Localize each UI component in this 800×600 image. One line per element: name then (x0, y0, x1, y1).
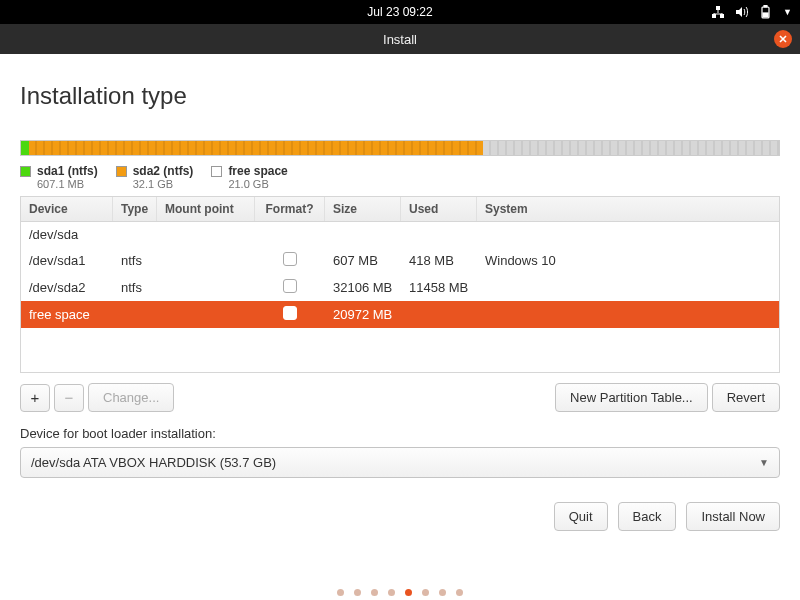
remove-partition-button[interactable]: − (54, 384, 84, 412)
wizard-footer: Quit Back Install Now (20, 502, 780, 531)
disk-seg-sda2 (29, 141, 482, 155)
legend-swatch (116, 166, 127, 177)
volume-icon[interactable] (735, 5, 749, 19)
legend-sublabel: 32.1 GB (133, 178, 194, 190)
table-body: /dev/sda /dev/sda1ntfs607 MB418 MBWindow… (21, 222, 779, 372)
disk-seg-sda1 (21, 141, 29, 155)
page-title: Installation type (20, 82, 780, 110)
cell-format (255, 274, 325, 301)
table-row[interactable]: /dev/sda1ntfs607 MB418 MBWindows 10 (21, 247, 779, 274)
table-row[interactable]: /dev/sda (21, 222, 779, 247)
cell-system (477, 310, 779, 320)
table-header: Device Type Mount point Format? Size Use… (21, 197, 779, 222)
add-partition-button[interactable]: + (20, 384, 50, 412)
window-title-bar: Install (0, 24, 800, 54)
partition-toolbar: + − Change... New Partition Table... Rev… (20, 383, 780, 412)
cell-size (325, 230, 401, 240)
format-checkbox[interactable] (283, 306, 297, 320)
partition-table: Device Type Mount point Format? Size Use… (20, 196, 780, 373)
window-close-button[interactable] (774, 30, 792, 48)
legend-item: free space21.0 GB (211, 164, 287, 190)
svg-rect-5 (763, 13, 768, 17)
legend-item: sda1 (ntfs)607.1 MB (20, 164, 98, 190)
legend-label: free space (228, 164, 287, 178)
cell-device: /dev/sda1 (21, 248, 113, 273)
legend-sublabel: 607.1 MB (37, 178, 98, 190)
cell-type (113, 310, 157, 320)
network-icon[interactable] (711, 5, 725, 19)
table-row[interactable]: /dev/sda2ntfs32106 MB11458 MB (21, 274, 779, 301)
window-title: Install (383, 32, 417, 47)
quit-button[interactable]: Quit (554, 502, 608, 531)
cell-used: 418 MB (401, 248, 477, 273)
cell-type: ntfs (113, 275, 157, 300)
cell-mount (157, 230, 255, 240)
cell-used: 11458 MB (401, 275, 477, 300)
boot-device-value: /dev/sda ATA VBOX HARDDISK (53.7 GB) (31, 455, 276, 470)
system-tray[interactable]: ▼ (711, 5, 792, 19)
svg-rect-4 (764, 6, 767, 8)
cell-mount (157, 256, 255, 266)
cell-type: ntfs (113, 248, 157, 273)
install-now-button[interactable]: Install Now (686, 502, 780, 531)
svg-rect-1 (720, 14, 724, 18)
cell-size: 32106 MB (325, 275, 401, 300)
wizard-step-dots (0, 589, 800, 596)
cell-format (255, 230, 325, 240)
clock: Jul 23 09:22 (367, 5, 432, 19)
cell-mount (157, 283, 255, 293)
legend-swatch (20, 166, 31, 177)
cell-format (255, 247, 325, 274)
change-partition-button[interactable]: Change... (88, 383, 174, 412)
legend-label: sda1 (ntfs) (37, 164, 98, 178)
cell-used (401, 310, 477, 320)
boot-device-label: Device for boot loader installation: (20, 426, 780, 441)
new-partition-table-button[interactable]: New Partition Table... (555, 383, 708, 412)
caret-down-icon: ▼ (759, 457, 769, 468)
caret-down-icon[interactable]: ▼ (783, 7, 792, 17)
disk-seg-free (483, 141, 779, 155)
cell-mount (157, 310, 255, 320)
back-button[interactable]: Back (618, 502, 677, 531)
legend-item: sda2 (ntfs)32.1 GB (116, 164, 194, 190)
disk-usage-bar (20, 140, 780, 156)
legend-label: sda2 (ntfs) (133, 164, 194, 178)
svg-rect-2 (716, 6, 720, 10)
cell-system (477, 230, 779, 240)
cell-format (255, 301, 325, 328)
cell-system: Windows 10 (477, 248, 779, 273)
legend-sublabel: 21.0 GB (228, 178, 287, 190)
table-row[interactable]: free space20972 MB (21, 301, 779, 328)
cell-device: /dev/sda (21, 222, 113, 247)
cell-device: free space (21, 302, 113, 327)
legend-swatch (211, 166, 222, 177)
format-checkbox[interactable] (283, 279, 297, 293)
revert-button[interactable]: Revert (712, 383, 780, 412)
cell-type (113, 230, 157, 240)
battery-icon[interactable] (759, 5, 773, 19)
format-checkbox[interactable] (283, 252, 297, 266)
svg-rect-0 (712, 14, 716, 18)
cell-size: 20972 MB (325, 302, 401, 327)
cell-used (401, 230, 477, 240)
cell-system (477, 283, 779, 293)
cell-size: 607 MB (325, 248, 401, 273)
cell-device: /dev/sda2 (21, 275, 113, 300)
system-top-bar: Jul 23 09:22 ▼ (0, 0, 800, 24)
boot-device-select[interactable]: /dev/sda ATA VBOX HARDDISK (53.7 GB) ▼ (20, 447, 780, 478)
disk-legend: sda1 (ntfs)607.1 MBsda2 (ntfs)32.1 GBfre… (20, 164, 780, 190)
